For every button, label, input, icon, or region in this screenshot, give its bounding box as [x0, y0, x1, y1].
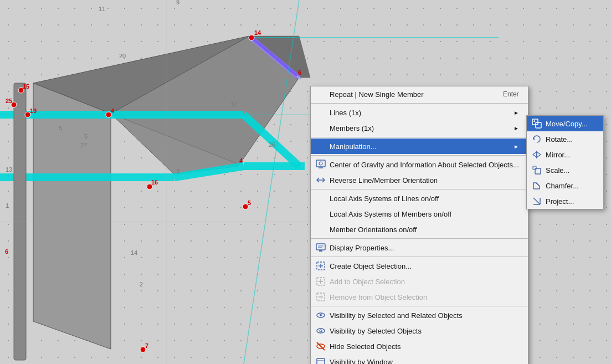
gravity-label: Center of Gravity and Information About … [330, 161, 519, 169]
vis-window-label: Visibility by Window [330, 358, 519, 365]
repeat-icon [315, 89, 326, 100]
svg-text:4: 4 [111, 107, 115, 114]
manipulation-arrow: ► [514, 143, 519, 150]
gravity-icon [315, 159, 326, 170]
add-selection-label: Add to Object Selection [330, 278, 519, 286]
menu-item-scale[interactable]: Scale... [527, 162, 603, 178]
divider-3 [311, 155, 528, 156]
project-icon [531, 196, 542, 207]
repeat-label: Repeat | New Single Member [330, 90, 492, 99]
vis-selected-icon [315, 325, 326, 336]
svg-point-20 [249, 35, 254, 40]
svg-text:12: 12 [230, 101, 237, 107]
svg-text:3: 3 [176, 168, 179, 175]
display-props-label: Display Properties... [330, 244, 519, 252]
menu-item-gravity[interactable]: Center of Gravity and Information About … [311, 157, 528, 172]
menu-item-members[interactable]: Members (1x) ► [311, 120, 528, 136]
svg-text:9: 9 [176, 0, 179, 6]
menu-item-vis-selected[interactable]: Visibility by Selected Objects [311, 323, 528, 339]
svg-marker-82 [533, 152, 537, 157]
menu-item-display-props[interactable]: Display Properties... [311, 240, 528, 255]
svg-line-86 [536, 183, 540, 186]
manipulation-submenu: Move/Copy... Rotate... Mirror... Scale..… [526, 115, 604, 209]
svg-text:4: 4 [239, 157, 243, 164]
svg-text:20: 20 [119, 53, 126, 59]
move-copy-label: Move/Copy... [546, 120, 594, 128]
context-menu: Repeat | New Single Member Enter Lines (… [310, 86, 528, 364]
svg-text:26: 26 [269, 141, 275, 148]
mirror-icon [531, 149, 542, 160]
divider-2 [311, 137, 528, 137]
divider-4 [311, 189, 528, 189]
divider-1 [311, 103, 528, 104]
menu-item-member-orient[interactable]: Member Orientations on/off [311, 222, 528, 237]
svg-text:5: 5 [59, 125, 62, 131]
svg-rect-77 [532, 119, 538, 125]
svg-text:2: 2 [140, 281, 143, 288]
menu-item-chamfer[interactable]: Chamfer... [527, 178, 603, 193]
chamfer-label: Chamfer... [546, 182, 594, 190]
menu-item-hide-selected[interactable]: Hide Selected Objects [311, 339, 528, 354]
menu-item-local-members[interactable]: Local Axis Systems of Members on/off [311, 206, 528, 222]
manipulation-icon [315, 141, 326, 152]
svg-line-87 [533, 198, 540, 204]
display-props-icon [315, 242, 326, 253]
hide-selected-label: Hide Selected Objects [330, 342, 519, 351]
member-orient-label: Member Orientations on/off [330, 225, 519, 234]
svg-text:27: 27 [80, 142, 87, 148]
svg-marker-83 [537, 152, 541, 157]
svg-marker-3 [33, 83, 111, 349]
svg-text:6: 6 [5, 248, 8, 255]
create-selection-label: Create Object Selection... [330, 262, 519, 270]
svg-rect-56 [316, 244, 325, 250]
svg-text:25: 25 [6, 98, 12, 104]
menu-item-mirror[interactable]: Mirror... [527, 147, 603, 162]
mirror-label: Mirror... [546, 151, 594, 159]
menu-item-create-selection[interactable]: Create Object Selection... [311, 258, 528, 274]
scale-icon [531, 165, 542, 176]
divider-6 [311, 257, 528, 257]
members-icon [315, 122, 326, 134]
menu-item-reverse[interactable]: Reverse Line/Member Orientation [311, 172, 528, 188]
remove-selection-icon [315, 291, 326, 303]
local-members-icon [315, 208, 326, 219]
menu-item-manipulation[interactable]: Manipulation... ► [311, 139, 528, 154]
reverse-icon [315, 175, 326, 186]
rotate-icon [531, 134, 542, 145]
menu-item-move-copy[interactable]: Move/Copy... [527, 116, 603, 131]
svg-rect-85 [533, 166, 536, 170]
menu-item-project[interactable]: Project... [527, 193, 603, 209]
menu-item-lines[interactable]: Lines (1x) ► [311, 105, 528, 120]
svg-text:5: 5 [248, 199, 251, 206]
create-selection-icon [315, 260, 326, 271]
members-arrow: ► [514, 125, 519, 131]
menu-item-rotate[interactable]: Rotate... [527, 131, 603, 147]
svg-point-72 [320, 330, 322, 332]
svg-text:15: 15 [23, 83, 29, 90]
menu-item-repeat[interactable]: Repeat | New Single Member Enter [311, 86, 528, 102]
svg-rect-75 [317, 358, 325, 364]
menu-item-remove-selection: Remove from Object Selection [311, 289, 528, 305]
svg-text:16: 16 [151, 179, 158, 186]
menu-item-vis-related[interactable]: Visibility by Selected and Related Objec… [311, 307, 528, 323]
manipulation-label: Manipulation... [330, 142, 509, 151]
svg-text:6: 6 [298, 69, 301, 76]
svg-text:1: 1 [6, 202, 9, 209]
hide-selected-icon [315, 341, 326, 352]
svg-text:5: 5 [84, 133, 88, 140]
local-lines-icon [315, 193, 326, 204]
menu-item-local-lines[interactable]: Local Axis Systems of Lines on/off [311, 191, 528, 206]
member-orient-icon [315, 224, 326, 235]
svg-text:14: 14 [131, 249, 137, 256]
menu-item-vis-window[interactable]: Visibility by Window [311, 354, 528, 364]
svg-rect-52 [316, 160, 325, 167]
svg-rect-78 [536, 122, 541, 128]
svg-text:7: 7 [145, 342, 148, 349]
repeat-shortcut: Enter [503, 90, 519, 98]
local-lines-label: Local Axis Systems of Lines on/off [330, 194, 519, 203]
svg-text:14: 14 [254, 29, 261, 36]
move-copy-icon [531, 118, 542, 129]
reverse-label: Reverse Line/Member Orientation [330, 176, 519, 184]
divider-5 [311, 238, 528, 239]
svg-point-70 [320, 314, 322, 316]
